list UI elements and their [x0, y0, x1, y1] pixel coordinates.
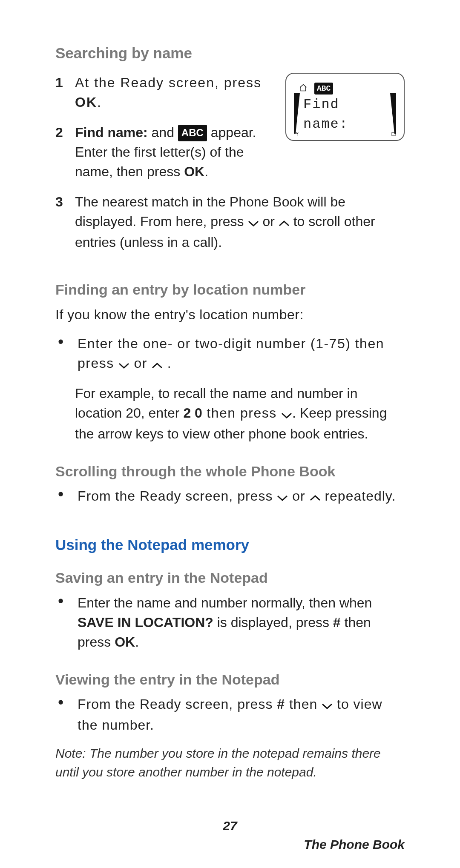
svg-marker-2 [390, 93, 396, 134]
text: . [167, 355, 172, 371]
chevron-down-icon [322, 695, 333, 715]
text: or [292, 488, 309, 504]
text: . [135, 634, 139, 650]
heading-saving-notepad: Saving an entry in the Notepad [55, 567, 405, 588]
note-text: Note: The number you store in the notepa… [55, 744, 405, 781]
page-number: 27 [0, 816, 460, 835]
section-footer: The Phone Book [304, 835, 405, 854]
chevron-down-icon [281, 404, 292, 424]
text: From the Ready screen, press [78, 488, 277, 504]
text: From the Ready screen, press [78, 696, 277, 712]
text: repeatedly. [325, 488, 396, 504]
hash-key: # [333, 615, 341, 630]
bullet-icon: • [55, 694, 78, 735]
text: or [134, 355, 152, 371]
text: and [148, 125, 178, 140]
intro-text: If you know the entry's location number: [55, 305, 405, 324]
step-3-text: The nearest match in the Phone Book will… [75, 192, 405, 252]
chevron-up-icon [152, 355, 163, 374]
text: or [262, 214, 278, 229]
ok-label: OK [184, 164, 204, 179]
chevron-down-icon [277, 487, 288, 507]
bullet-icon: • [55, 486, 78, 507]
step-number-1: 1 [55, 73, 75, 112]
bullet-text: From the Ready screen, press # then to v… [78, 694, 405, 735]
chevron-down-icon [248, 212, 259, 232]
text: is displayed, press [213, 615, 333, 630]
text: then press [202, 405, 281, 421]
heading-notepad-memory: Using the Notepad memory [55, 534, 405, 556]
bullet-icon: • [55, 334, 78, 374]
svg-text:Y: Y [296, 132, 299, 136]
step-1-text: At the Ready screen, press OK. [75, 73, 275, 112]
chevron-up-icon [279, 212, 290, 232]
text: Enter the name and number normally, then… [78, 595, 372, 610]
example-paragraph: For example, to recall the name and numb… [75, 384, 405, 444]
hash-key: # [277, 696, 285, 712]
find-name-label: Find name: [75, 125, 148, 140]
battery-bar-icon [388, 93, 396, 136]
signal-bar-icon: Y [294, 93, 302, 136]
heading-searching-by-name: Searching by name [55, 43, 405, 64]
heading-scrolling-phonebook: Scrolling through the whole Phone Book [55, 461, 405, 482]
text: At the Ready screen, press [75, 75, 262, 90]
text: . [97, 95, 102, 110]
bullet-icon: • [55, 593, 78, 652]
abc-indicator: ABC [314, 83, 333, 95]
bullet-text: Enter the one- or two-digit number (1-75… [78, 334, 405, 374]
digits-label: 2 0 [183, 405, 202, 421]
step-number-2: 2 [55, 123, 75, 182]
heading-finding-by-location: Finding an entry by location number [55, 279, 405, 300]
save-in-location-label: SAVE IN LOCATION? [78, 615, 213, 630]
ok-label: OK [115, 634, 135, 650]
heading-viewing-notepad: Viewing the entry in the Notepad [55, 669, 405, 690]
step-2-text: Find name: and ABC appear. Enter the fir… [75, 123, 275, 182]
chevron-down-icon [118, 355, 129, 374]
text: . [204, 164, 208, 179]
bullet-text: From the Ready screen, press or repeated… [78, 486, 405, 507]
bullet-text: Enter the name and number normally, then… [78, 593, 405, 652]
step-number-3: 3 [55, 192, 75, 252]
svg-marker-0 [294, 93, 300, 134]
abc-badge: ABC [178, 125, 207, 142]
chevron-up-icon [310, 487, 321, 507]
text: then [285, 696, 322, 712]
phone-screen-figure: ABC Y Find name: [285, 73, 405, 141]
phone-screen-text: Find name: [303, 95, 387, 135]
ok-label: OK [75, 95, 97, 110]
page: Searching by name ABC Y [0, 0, 460, 868]
